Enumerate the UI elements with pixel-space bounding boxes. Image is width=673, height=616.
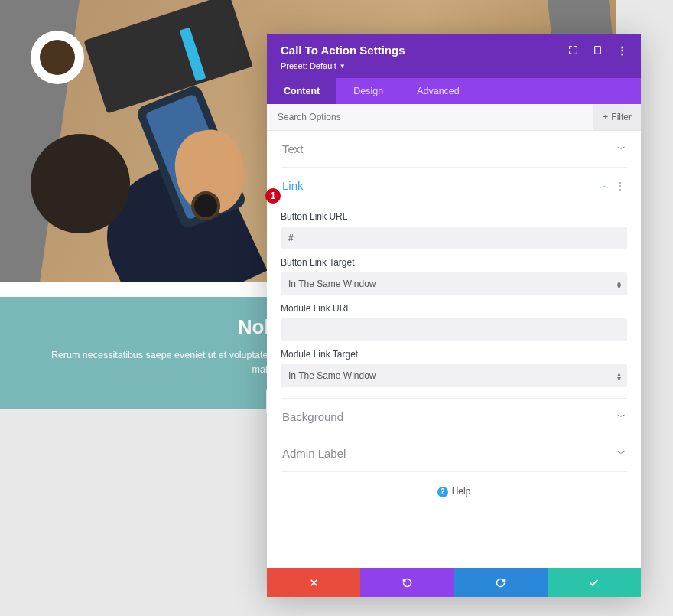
tab-advanced[interactable]: Advanced bbox=[400, 78, 476, 104]
select-module-link-target-value[interactable] bbox=[281, 364, 627, 387]
input-module-link-url[interactable] bbox=[281, 318, 627, 341]
search-row: + Filter bbox=[267, 104, 641, 131]
panel-header: Call To Action Settings ⋮ Preset: Defaul… bbox=[267, 34, 641, 78]
responsive-icon[interactable] bbox=[592, 45, 603, 56]
panel-footer bbox=[267, 568, 641, 597]
label-module-link-target: Module Link Target bbox=[281, 349, 627, 360]
panel-tabs: Content Design Advanced bbox=[267, 78, 641, 104]
select-button-link-target-value[interactable] bbox=[281, 272, 627, 295]
section-header-background[interactable]: Background ﹀ bbox=[281, 399, 627, 435]
plus-icon: + bbox=[603, 112, 608, 122]
save-button[interactable] bbox=[548, 568, 641, 597]
section-header-admin-label[interactable]: Admin Label ﹀ bbox=[281, 435, 627, 471]
help-label: Help bbox=[452, 486, 471, 497]
section-title-link: Link bbox=[282, 179, 304, 192]
chevron-down-icon: ﹀ bbox=[617, 448, 626, 459]
filter-button[interactable]: + Filter bbox=[593, 104, 641, 130]
preset-label: Preset: Default bbox=[281, 61, 336, 70]
select-module-link-target[interactable]: ▴▾ bbox=[281, 364, 627, 387]
cancel-button[interactable] bbox=[267, 568, 360, 597]
redo-button[interactable] bbox=[454, 568, 548, 597]
help-icon: ? bbox=[437, 487, 448, 497]
panel-title: Call To Action Settings bbox=[281, 44, 405, 57]
section-title-admin-label: Admin Label bbox=[282, 447, 346, 460]
tab-design[interactable]: Design bbox=[336, 78, 400, 104]
label-button-link-url: Button Link URL bbox=[281, 211, 627, 222]
section-header-text[interactable]: Text ﹀ bbox=[281, 131, 627, 167]
settings-panel: Call To Action Settings ⋮ Preset: Defaul… bbox=[267, 34, 641, 597]
search-input[interactable] bbox=[267, 104, 593, 130]
chevron-down-icon: ﹀ bbox=[617, 411, 626, 422]
label-button-link-target: Button Link Target bbox=[281, 257, 627, 268]
section-title-background: Background bbox=[282, 410, 343, 423]
section-header-link[interactable]: Link ︿ ⋮ bbox=[281, 168, 627, 204]
svg-rect-0 bbox=[594, 47, 600, 54]
annotation-badge-1: 1 bbox=[265, 188, 281, 204]
section-title-text: Text bbox=[282, 142, 304, 155]
caret-down-icon: ▼ bbox=[340, 63, 346, 70]
help-link[interactable]: ?Help bbox=[281, 472, 627, 505]
kebab-menu-icon[interactable]: ⋮ bbox=[616, 45, 627, 56]
undo-button[interactable] bbox=[360, 568, 454, 597]
input-button-link-url[interactable] bbox=[281, 227, 627, 249]
tab-content[interactable]: Content bbox=[267, 78, 336, 104]
section-kebab-icon[interactable]: ⋮ bbox=[615, 180, 626, 192]
label-module-link-url: Module Link URL bbox=[281, 303, 627, 314]
expand-icon[interactable] bbox=[567, 45, 578, 56]
select-button-link-target[interactable]: ▴▾ bbox=[281, 272, 627, 295]
preset-selector[interactable]: Preset: Default ▼ bbox=[281, 61, 627, 70]
chevron-up-icon: ︿ bbox=[600, 180, 609, 191]
chevron-down-icon: ﹀ bbox=[617, 143, 626, 155]
filter-label: Filter bbox=[611, 112, 632, 122]
